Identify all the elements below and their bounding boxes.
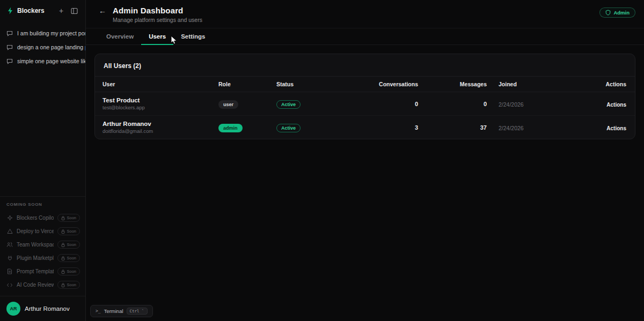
coming-soon-item-code-review: AI Code Review Soon	[6, 278, 80, 292]
coming-soon-label: COMING SOON	[6, 202, 80, 207]
app-name: Blockers	[17, 7, 45, 14]
user-name: Arthur Romanov	[25, 305, 70, 312]
soon-badge: Soon	[57, 241, 80, 249]
table-header-row: User Role Status Conversations Messages …	[95, 77, 635, 92]
status-badge: Active	[276, 100, 301, 109]
lock-icon	[61, 256, 65, 260]
sidebar: Blockers + I am building my project port…	[0, 0, 86, 321]
table-row: Arthur Romanov doitflorida@gmail.com adm…	[95, 116, 635, 139]
soon-badge: Soon	[57, 227, 80, 235]
shield-icon	[605, 10, 611, 16]
sparkles-icon	[6, 215, 13, 221]
users-icon	[6, 242, 13, 248]
messages-count: 37	[422, 116, 491, 139]
coming-soon-item-deploy: Deploy to Vercel Soon	[6, 225, 80, 238]
col-user: User	[95, 77, 214, 92]
lock-icon	[61, 283, 65, 287]
chat-title: simple one page website like blo	[17, 58, 85, 64]
soon-badge: Soon	[57, 281, 80, 289]
status-badge: Active	[276, 124, 301, 132]
coming-soon-item-label: Blockers Copilot	[17, 215, 54, 221]
coming-soon-item-label: Deploy to Vercel	[17, 228, 54, 234]
chat-title: I am building my project portfolio	[17, 30, 85, 36]
page-header: ← Admin Dashboard Manage platform settin…	[86, 0, 644, 28]
user-cell-email: doitflorida@gmail.com	[103, 128, 210, 134]
coming-soon-item-label: Plugin Marketplace	[17, 255, 54, 261]
coming-soon-item-workspaces: Team Workspaces Soon	[6, 238, 80, 251]
main-area: ← Admin Dashboard Manage platform settin…	[86, 0, 644, 321]
deploy-icon	[6, 228, 13, 234]
col-status: Status	[272, 77, 353, 92]
terminal-shortcut-kbd: Ctrl `	[127, 308, 148, 315]
collapse-sidebar-icon[interactable]	[69, 6, 79, 16]
row-actions-button[interactable]: Actions	[606, 125, 626, 131]
avatar: AR	[6, 302, 20, 316]
chat-list-item[interactable]: design a one page landing page f	[0, 40, 85, 54]
page-title: Admin Dashboard	[113, 6, 202, 15]
coming-soon-item-label: Prompt Templates	[17, 268, 54, 274]
terminal-label: Terminal	[104, 308, 123, 314]
terminal-toggle[interactable]: >_ Terminal Ctrl `	[90, 305, 153, 317]
coming-soon-item-label: AI Code Review	[17, 282, 54, 288]
lock-icon	[61, 270, 65, 274]
col-role: Role	[214, 77, 272, 92]
chat-list-item[interactable]: simple one page website like blo	[0, 54, 85, 68]
new-chat-button[interactable]: +	[56, 6, 66, 16]
col-messages: Messages	[422, 77, 491, 92]
user-cell-name: Test Product	[103, 97, 210, 103]
tab-bar: Overview Users Settings	[86, 28, 644, 45]
coming-soon-section: COMING SOON Blockers Copilot Soon Deploy…	[0, 197, 85, 296]
all-users-card: All Users (2) User Role Status Conversat…	[94, 54, 635, 139]
sidebar-header: Blockers +	[0, 0, 85, 21]
sidebar-user[interactable]: AR Arthur Romanov	[0, 296, 85, 321]
tab-users[interactable]: Users	[141, 28, 173, 45]
admin-role-badge: Admin	[599, 8, 635, 18]
lock-icon	[61, 229, 65, 234]
template-icon	[6, 268, 13, 274]
coming-soon-item-label: Team Workspaces	[17, 242, 54, 248]
lock-icon	[61, 216, 65, 220]
conversations-count: 3	[353, 116, 422, 139]
app-logo-icon	[6, 7, 14, 14]
chat-bubble-icon	[6, 58, 13, 64]
table-row: Test Product test@blockers.app user Acti…	[95, 92, 635, 116]
page-subtitle: Manage platform settings and users	[113, 17, 202, 23]
soon-badge: Soon	[57, 254, 80, 262]
back-button[interactable]: ←	[99, 6, 109, 14]
user-cell-email: test@blockers.app	[103, 104, 210, 110]
messages-count: 0	[422, 92, 491, 116]
col-conversations: Conversations	[353, 77, 422, 92]
col-joined: Joined	[491, 77, 566, 92]
chat-list-item[interactable]: I am building my project portfolio	[0, 26, 85, 40]
app-window: Blockers + I am building my project port…	[0, 0, 644, 321]
card-title: All Users (2)	[104, 62, 141, 70]
coming-soon-item-marketplace: Plugin Marketplace Soon	[6, 251, 80, 265]
user-cell-name: Arthur Romanov	[103, 121, 210, 127]
users-table: User Role Status Conversations Messages …	[95, 76, 635, 139]
joined-date: 2/24/2026	[499, 125, 524, 131]
tab-overview[interactable]: Overview	[99, 28, 141, 45]
conversations-count: 0	[353, 92, 422, 116]
coming-soon-item-copilot: Blockers Copilot Soon	[6, 211, 80, 225]
soon-badge: Soon	[57, 267, 80, 275]
row-actions-button[interactable]: Actions	[606, 102, 626, 108]
terminal-prompt-icon: >_	[96, 309, 101, 313]
chat-list: I am building my project portfolio desig…	[0, 26, 85, 68]
col-actions: Actions	[566, 77, 635, 92]
soon-badge: Soon	[57, 214, 80, 222]
users-panel: All Users (2) User Role Status Conversat…	[86, 45, 644, 321]
joined-date: 2/24/2026	[499, 101, 524, 108]
plug-icon	[6, 255, 13, 261]
chat-title: design a one page landing page f	[17, 44, 85, 50]
tab-settings[interactable]: Settings	[173, 28, 213, 45]
lock-icon	[61, 243, 65, 247]
code-icon	[6, 282, 13, 288]
coming-soon-item-templates: Prompt Templates Soon	[6, 265, 80, 278]
role-badge: user	[218, 100, 238, 109]
chat-bubble-icon	[6, 44, 13, 50]
role-badge: admin	[218, 124, 243, 132]
chat-bubble-icon	[6, 30, 13, 36]
